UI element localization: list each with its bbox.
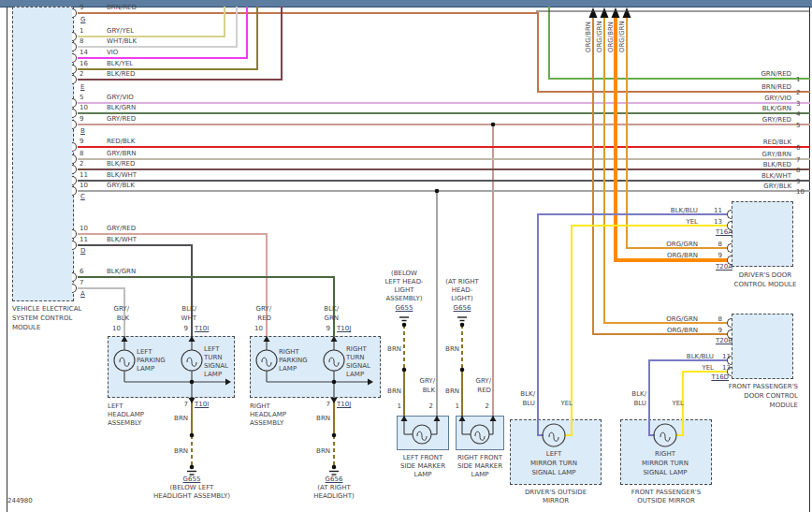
label-blk-red: BLK/RED — [107, 160, 135, 168]
label-brn: BRN — [174, 447, 188, 455]
wire-gry-yel — [78, 7, 225, 37]
label-g655[interactable]: G655 — [183, 475, 201, 483]
label-at-right: (AT RIGHT — [445, 278, 478, 285]
label-assembly: ASSEMBLY) — [386, 295, 423, 302]
label-gry-red: GRY/RED — [107, 115, 136, 123]
label-9: 9 — [796, 178, 800, 185]
label-gry-blk: GRY/BLK — [763, 183, 791, 190]
label-lamp: LAMP — [279, 365, 297, 373]
label-outside-mirror: OUTSIDE MIRROR — [637, 497, 695, 505]
label-org-grn: ORG/GRN — [618, 21, 626, 52]
label-blk: BLK — [423, 387, 435, 394]
label-brn: BRN — [387, 388, 401, 395]
label-vio: VIO — [107, 49, 118, 56]
label-control-module: CONTROL MODULE — [734, 281, 797, 288]
label-t16d[interactable]: T16D — [711, 373, 729, 381]
connector-a[interactable]: A — [80, 290, 85, 298]
bulb-filament-icon — [329, 358, 339, 366]
label-t10j[interactable]: T10J — [337, 325, 351, 332]
label-gry: GRY/ — [420, 377, 435, 385]
label-6: 6 — [796, 144, 800, 152]
offpage-arrow-icon — [612, 7, 620, 18]
junction-dot — [402, 368, 407, 373]
label-gry-red: GRY/RED — [762, 116, 791, 124]
label-t10i[interactable]: T10I — [195, 401, 209, 408]
up-arrow-icon — [434, 416, 441, 421]
label-right: RIGHT — [655, 450, 675, 458]
label-10: 10 — [80, 104, 88, 111]
door-module-pin — [727, 243, 732, 253]
label-lamp: LAMP — [471, 471, 488, 478]
label-9: 9 — [80, 138, 83, 145]
connector-e[interactable]: E — [80, 83, 84, 91]
label-4: 4 — [796, 110, 800, 118]
label-headlamp: HEADLAMP — [250, 411, 286, 418]
label-t10i[interactable]: T10I — [195, 325, 209, 332]
label-blk-grn: BLK/GRN — [762, 105, 791, 112]
label-1: 1 — [398, 402, 401, 410]
up-arrow-icon — [490, 416, 497, 421]
label-yel: YEL — [686, 218, 698, 226]
label-11: 11 — [80, 171, 88, 179]
label-2: 2 — [429, 402, 433, 410]
label-front-passenger-s: FRONT PASSENGER'S — [631, 489, 701, 496]
label-yel: YEL — [672, 400, 684, 407]
label-assembly: ASSEMBLY — [108, 419, 141, 427]
wire-org-brn-driver — [616, 12, 728, 260]
connector-g[interactable]: G — [80, 16, 85, 23]
module-name-driver-door: DRIVER'S DOOR — [739, 271, 791, 279]
label-grn: GRN — [324, 315, 339, 322]
label-t16a[interactable]: T16A — [716, 228, 732, 236]
label-red: RED — [477, 387, 491, 394]
label-left: LEFT — [108, 402, 123, 410]
label-brn: BRN — [316, 415, 330, 422]
label-9: 9 — [718, 252, 722, 259]
bulb-filament-icon — [475, 432, 485, 440]
label-headlight-assembly: HEADLIGHT ASSEMBLY) — [153, 492, 230, 500]
label-below-left: (BELOW LEFT — [170, 484, 214, 491]
label-module: MODULE — [770, 402, 798, 409]
connector-c[interactable]: C — [80, 193, 85, 200]
label-right: RIGHT — [250, 402, 270, 410]
label-t20a[interactable]: T20A — [716, 263, 732, 271]
label-10: 10 — [796, 188, 805, 196]
door-module-pin — [727, 210, 732, 219]
connector-d[interactable]: D — [80, 247, 85, 255]
label-t20b[interactable]: T20B — [716, 337, 732, 344]
label-red-blk: RED/BLK — [107, 138, 135, 145]
label-blk: BLK/ — [631, 390, 646, 398]
label-brn: BRN — [445, 345, 459, 353]
label-gry-brn: GRY/BRN — [107, 150, 136, 157]
label-2: 2 — [486, 402, 489, 410]
wire-blk-yel — [78, 7, 257, 69]
label-9: 9 — [184, 325, 188, 332]
wire-vio — [78, 7, 247, 58]
bulb-filament-icon — [262, 358, 271, 366]
label-blk-blu: BLK/BLU — [687, 353, 714, 360]
label-t10j[interactable]: T10J — [337, 401, 351, 408]
label-headlight: HEADLIGHT) — [313, 492, 355, 500]
label-gry: GRY/ — [256, 305, 271, 313]
label-org-brn: ORG/BRN — [667, 252, 698, 259]
junction-dot — [190, 433, 195, 438]
label-7: 7 — [326, 401, 330, 408]
label-lamp: LAMP — [413, 471, 431, 478]
wire-blk-wht-turn — [78, 245, 192, 336]
label-head: HEAD- — [452, 286, 472, 294]
label-2: 2 — [80, 70, 83, 78]
wire-gry-red-parking — [78, 234, 267, 336]
module-name-vescm: VEHICLE ELECTRICAL — [12, 305, 81, 313]
up-arrow-icon — [122, 336, 128, 342]
label-org-grn: ORG/GRN — [666, 315, 698, 323]
label-system-control: SYSTEM CONTROL — [12, 315, 72, 322]
label-g656[interactable]: G656 — [326, 475, 343, 483]
label-g655[interactable]: G655 — [396, 304, 413, 312]
connector-b[interactable]: B — [80, 127, 85, 135]
label-brn: BRN — [387, 345, 401, 353]
label-g656[interactable]: G656 — [454, 304, 471, 312]
label-10: 10 — [254, 325, 263, 332]
label-brn: BRN — [445, 388, 459, 395]
label-mirror-turn: MIRROR TURN — [530, 460, 577, 467]
label-7: 7 — [80, 279, 83, 286]
label-brn-red: BRN/RED — [761, 83, 791, 91]
